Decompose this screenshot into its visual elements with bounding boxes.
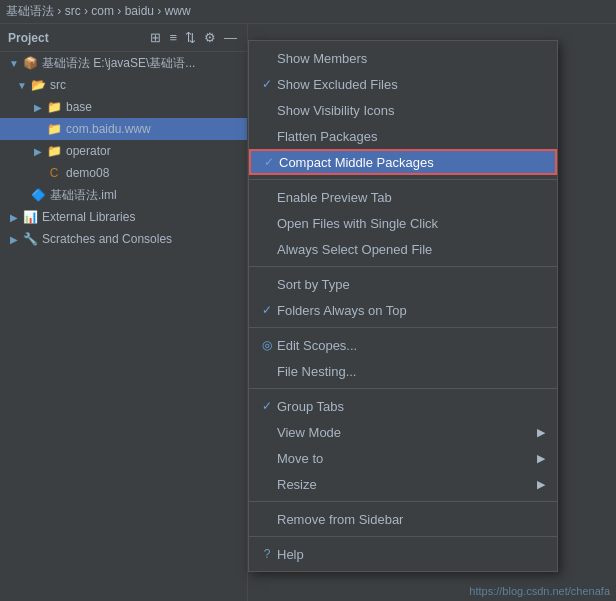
tree-item-root[interactable]: ▼ 📦 基础语法 E:\javaSE\基础语... xyxy=(0,52,247,74)
menu-label-show-members: Show Members xyxy=(277,51,545,66)
menu-label-enable-preview-tab: Enable Preview Tab xyxy=(277,190,545,205)
expand-arrow: ▼ xyxy=(8,57,20,69)
menu-item-folders-always-on-top[interactable]: ✓Folders Always on Top xyxy=(249,297,557,323)
menu-item-always-select-opened-file[interactable]: Always Select Opened File xyxy=(249,236,557,262)
module-icon: 📦 xyxy=(22,55,38,71)
menu-label-group-tabs: Group Tabs xyxy=(277,399,545,414)
tree-item-label: base xyxy=(66,100,92,114)
tree-item-operator[interactable]: ▶ 📁 operator xyxy=(0,140,247,162)
package-icon: 📁 xyxy=(46,121,62,137)
breadcrumb-text: 基础语法 › src › com › baidu › www xyxy=(6,3,191,20)
menu-check-compact-middle-packages: ✓ xyxy=(259,155,279,169)
tree-item-label: com.baidu.www xyxy=(66,122,151,136)
menu-item-file-nesting[interactable]: File Nesting... xyxy=(249,358,557,384)
menu-check-help: ? xyxy=(257,547,277,561)
watermark: https://blog.csdn.net/chenafa xyxy=(469,585,610,597)
menu-separator xyxy=(249,501,557,502)
folder-icon: 📁 xyxy=(46,143,62,159)
menu-item-show-members[interactable]: Show Members xyxy=(249,45,557,71)
menu-separator xyxy=(249,536,557,537)
menu-item-move-to[interactable]: Move to▶ xyxy=(249,445,557,471)
expand-arrow xyxy=(32,167,44,179)
menu-label-show-excluded-files: Show Excluded Files xyxy=(277,77,545,92)
menu-item-sort-by-type[interactable]: Sort by Type xyxy=(249,271,557,297)
menu-item-resize[interactable]: Resize▶ xyxy=(249,471,557,497)
menu-label-edit-scopes: Edit Scopes... xyxy=(277,338,545,353)
menu-item-open-files-single-click[interactable]: Open Files with Single Click xyxy=(249,210,557,236)
tree-item-base[interactable]: ▶ 📁 base xyxy=(0,96,247,118)
expand-arrow: ▶ xyxy=(8,211,20,223)
menu-item-show-excluded-files[interactable]: ✓Show Excluded Files xyxy=(249,71,557,97)
library-icon: 📊 xyxy=(22,209,38,225)
menu-label-resize: Resize xyxy=(277,477,529,492)
expand-arrow: ▼ xyxy=(16,79,28,91)
menu-label-compact-middle-packages: Compact Middle Packages xyxy=(279,155,543,170)
menu-check-folders-always-on-top: ✓ xyxy=(257,303,277,317)
tree-item-demo08[interactable]: C demo08 xyxy=(0,162,247,184)
panel-header-icons: ⊞ ≡ ⇅ ⚙ — xyxy=(148,28,239,47)
menu-label-help: Help xyxy=(277,547,545,562)
menu-item-group-tabs[interactable]: ✓Group Tabs xyxy=(249,393,557,419)
tree-item-iml[interactable]: 🔷 基础语法.iml xyxy=(0,184,247,206)
tree-item-src[interactable]: ▼ 📂 src xyxy=(0,74,247,96)
tree-item-label: 基础语法.iml xyxy=(50,187,117,204)
tree-item-scratches[interactable]: ▶ 🔧 Scratches and Consoles xyxy=(0,228,247,250)
tree-item-label: External Libraries xyxy=(42,210,135,224)
menu-item-flatten-packages[interactable]: Flatten Packages xyxy=(249,123,557,149)
menu-label-file-nesting: File Nesting... xyxy=(277,364,545,379)
tree-item-external-libs[interactable]: ▶ 📊 External Libraries xyxy=(0,206,247,228)
menu-item-remove-from-sidebar[interactable]: Remove from Sidebar xyxy=(249,506,557,532)
menu-separator xyxy=(249,327,557,328)
tree-item-com-baidu-www[interactable]: 📁 com.baidu.www xyxy=(0,118,247,140)
panel-title: Project xyxy=(8,31,148,45)
java-icon: C xyxy=(46,165,62,181)
menu-item-enable-preview-tab[interactable]: Enable Preview Tab xyxy=(249,184,557,210)
menu-label-show-visibility-icons: Show Visibility Icons xyxy=(277,103,545,118)
settings-icon[interactable]: ⚙ xyxy=(202,28,218,47)
menu-separator xyxy=(249,179,557,180)
tree-item-label: src xyxy=(50,78,66,92)
menu-label-sort-by-type: Sort by Type xyxy=(277,277,545,292)
panel-header: Project ⊞ ≡ ⇅ ⚙ — xyxy=(0,24,247,52)
project-panel: Project ⊞ ≡ ⇅ ⚙ — ▼ 📦 基础语法 E:\javaSE\基础语… xyxy=(0,24,248,601)
folder-icon: 📂 xyxy=(30,77,46,93)
submenu-arrow-move-to: ▶ xyxy=(529,452,545,465)
menu-label-always-select-opened-file: Always Select Opened File xyxy=(277,242,545,257)
menu-item-compact-middle-packages[interactable]: ✓Compact Middle Packages xyxy=(249,149,557,175)
folder-icon: 📁 xyxy=(46,99,62,115)
menu-label-remove-from-sidebar: Remove from Sidebar xyxy=(277,512,545,527)
menu-separator xyxy=(249,266,557,267)
menu-check-group-tabs: ✓ xyxy=(257,399,277,413)
sort-icon[interactable]: ⇅ xyxy=(183,28,198,47)
context-menu: Show Members✓Show Excluded FilesShow Vis… xyxy=(248,40,558,572)
grid-icon[interactable]: ⊞ xyxy=(148,28,163,47)
menu-label-view-mode: View Mode xyxy=(277,425,529,440)
menu-check-show-excluded-files: ✓ xyxy=(257,77,277,91)
expand-arrow xyxy=(32,123,44,135)
menu-item-help[interactable]: ?Help xyxy=(249,541,557,567)
menu-label-flatten-packages: Flatten Packages xyxy=(277,129,545,144)
expand-arrow: ▶ xyxy=(32,145,44,157)
breadcrumb: 基础语法 › src › com › baidu › www xyxy=(0,0,616,24)
menu-item-edit-scopes[interactable]: ◎Edit Scopes... xyxy=(249,332,557,358)
tree-item-label: Scratches and Consoles xyxy=(42,232,172,246)
tree-item-label: demo08 xyxy=(66,166,109,180)
expand-arrow: ▶ xyxy=(32,101,44,113)
list-icon[interactable]: ≡ xyxy=(167,28,179,47)
menu-item-view-mode[interactable]: View Mode▶ xyxy=(249,419,557,445)
iml-icon: 🔷 xyxy=(30,187,46,203)
menu-label-move-to: Move to xyxy=(277,451,529,466)
menu-item-show-visibility-icons[interactable]: Show Visibility Icons xyxy=(249,97,557,123)
menu-separator xyxy=(249,388,557,389)
menu-check-edit-scopes: ◎ xyxy=(257,338,277,352)
minimize-icon[interactable]: — xyxy=(222,28,239,47)
menu-label-open-files-single-click: Open Files with Single Click xyxy=(277,216,545,231)
submenu-arrow-resize: ▶ xyxy=(529,478,545,491)
tree-item-label: 基础语法 E:\javaSE\基础语... xyxy=(42,55,195,72)
scratches-icon: 🔧 xyxy=(22,231,38,247)
menu-label-folders-always-on-top: Folders Always on Top xyxy=(277,303,545,318)
tree-item-label: operator xyxy=(66,144,111,158)
expand-arrow: ▶ xyxy=(8,233,20,245)
expand-arrow xyxy=(16,189,28,201)
submenu-arrow-view-mode: ▶ xyxy=(529,426,545,439)
